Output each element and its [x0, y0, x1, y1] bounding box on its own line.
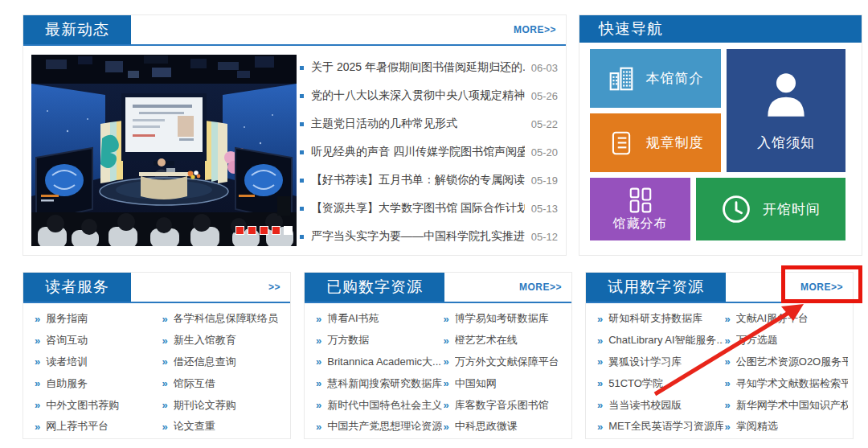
resource-link[interactable]: »51CTO学院 [597, 376, 723, 391]
service-link[interactable]: »自助服务 [35, 376, 161, 391]
news-item[interactable]: 党的十八大以来深入贯彻中央八项规定精神...05-26 [300, 88, 558, 103]
shelf-icon [627, 187, 654, 214]
chevron-icon: » [35, 399, 40, 411]
tile-label: 规章制度 [646, 134, 704, 152]
service-link[interactable]: »期刊论文荐购 [162, 398, 285, 413]
news-item-title[interactable]: 关于 2025 年暑假期间图书借阅延期归还的... [311, 60, 525, 75]
resource-link[interactable]: »库客数字音乐图书馆 [444, 398, 567, 413]
chevron-icon: » [444, 377, 449, 389]
chevron-icon: » [35, 356, 40, 368]
news-more-link[interactable]: MORE>> [514, 24, 566, 35]
chevron-icon: » [597, 356, 603, 368]
chevron-icon: » [597, 313, 603, 325]
chevron-icon: » [162, 421, 168, 433]
trial-link-list: »研知科研支持数据库 »文献AI服务平台 »ChatLibrary AI智能服务… [597, 308, 848, 438]
resource-link[interactable]: »寻知学术文献数据检索平台 [725, 376, 848, 391]
chevron-icon: » [597, 421, 603, 433]
resource-link[interactable]: »翼狐设计学习库 [597, 355, 723, 369]
news-item[interactable]: 【资源共享】大学数字图书馆 国际合作计划...05-13 [300, 201, 558, 216]
resource-link[interactable]: »研知科研支持数据库 [597, 311, 723, 326]
purchased-resources-panel: 已购数字资源 MORE>> »博看AI书苑 »博学易知考研数据库 »万方数据 »… [304, 272, 572, 439]
carousel-dot[interactable] [260, 226, 268, 235]
chevron-icon: » [444, 313, 449, 325]
news-item-title[interactable]: 主题党日活动的几种常见形式 [311, 117, 525, 131]
service-link[interactable]: »网上荐书平台 [35, 419, 161, 434]
resource-link[interactable]: »万方选题 [725, 333, 848, 347]
service-link[interactable]: »中外文图书荐购 [35, 398, 161, 413]
resource-link[interactable]: »中国共产党思想理论资源... [316, 419, 442, 434]
person-icon [760, 69, 812, 121]
purchased-link-list: »博看AI书苑 »博学易知考研数据库 »万方数据 »橙艺艺术在线 »Britan… [316, 308, 567, 438]
carousel-dot[interactable] [272, 226, 280, 235]
resource-link[interactable]: »博看AI书苑 [316, 311, 442, 326]
news-item[interactable]: 严字当头实字为要——中国科学院扎实推进...05-12 [300, 229, 558, 244]
resource-link[interactable]: »掌阅精选 [725, 419, 848, 434]
reader-services-panel: 读者服务 >> »服务指南 »各学科信息保障联络员 »咨询互动 »新生入馆教育 … [23, 272, 291, 439]
news-item-title[interactable]: 听见经典的声音 四川传媒学院图书馆声阅盛... [311, 145, 525, 159]
news-item[interactable]: 【好书荐读】五月书单：解锁你的专属阅读...05-19 [300, 173, 558, 187]
news-item[interactable]: 听见经典的声音 四川传媒学院图书馆声阅盛...05-20 [300, 145, 558, 159]
service-link[interactable]: »论文查重 [162, 419, 285, 434]
resource-link[interactable]: »MET全民英语学习资源库 [597, 419, 723, 434]
service-link[interactable]: »馆际互借 [162, 376, 285, 391]
service-link[interactable]: »咨询互动 [35, 333, 161, 347]
bullet-icon [300, 235, 304, 239]
resource-link[interactable]: »博学易知考研数据库 [444, 311, 567, 326]
service-link[interactable]: »服务指南 [35, 311, 161, 326]
reader-panel-title: 读者服务 [23, 273, 131, 302]
resource-link[interactable]: »中科思政微课 [444, 419, 567, 434]
resource-link[interactable]: »新时代中国特色社会主义... [316, 398, 442, 413]
news-item[interactable]: 关于 2025 年暑假期间图书借阅延期归还的...06-03 [300, 60, 558, 75]
resource-link[interactable]: »中国知网 [444, 376, 567, 391]
trial-more-link[interactable]: MORE>> [800, 282, 853, 293]
carousel-dot[interactable] [235, 226, 244, 235]
service-link[interactable]: »各学科信息保障联络员 [162, 311, 285, 326]
resource-link[interactable]: »ChatLibrary AI智能服务... [597, 333, 723, 347]
resource-link[interactable]: »万方数据 [316, 333, 442, 347]
chevron-icon: » [725, 335, 731, 347]
news-item-title[interactable]: 党的十八大以来深入贯彻中央八项规定精神... [311, 88, 525, 103]
quicknav-tile-library-intro[interactable]: 本馆简介 [590, 49, 721, 108]
quicknav-tile-opening-hours[interactable]: 开馆时间 [696, 178, 845, 240]
news-list: 关于 2025 年暑假期间图书借阅延期归还的...06-03 党的十八大以来深入… [300, 60, 558, 244]
clock-icon [721, 194, 751, 224]
chevron-icon: » [597, 335, 603, 347]
resource-link[interactable]: »橙艺艺术在线 [444, 333, 567, 347]
resource-link[interactable]: »当当读书校园版 [597, 398, 723, 413]
resource-link[interactable]: »文献AI服务平台 [725, 311, 848, 326]
chevron-icon: » [162, 356, 168, 368]
resource-link[interactable]: »新华网学术中国知识产权... [725, 398, 848, 413]
chevron-icon: » [316, 335, 321, 347]
news-carousel-image[interactable] [31, 55, 297, 246]
resource-link[interactable]: »Britannica Academic大... [316, 355, 442, 369]
quicknav-title: 快速导航 [579, 18, 663, 39]
news-item-title[interactable]: 【资源共享】大学数字图书馆 国际合作计划... [311, 201, 525, 216]
purchased-more-link[interactable]: MORE>> [519, 282, 571, 293]
quicknav-tile-rules[interactable]: 规章制度 [590, 113, 721, 172]
chevron-icon: » [316, 313, 321, 325]
chevron-icon: » [35, 313, 40, 325]
quicknav-panel: 快速导航 本馆简介 规章制度 [579, 14, 862, 256]
carousel-dot-active[interactable] [284, 226, 293, 235]
resource-link[interactable]: »万方外文文献保障平台 [444, 355, 567, 369]
carousel-dot[interactable] [248, 226, 256, 235]
service-link[interactable]: »新生入馆教育 [162, 333, 285, 347]
news-item-date: 05-20 [531, 146, 558, 158]
chevron-icon: » [444, 356, 449, 368]
service-link[interactable]: »借还信息查询 [162, 355, 285, 369]
tile-label: 入馆须知 [757, 134, 815, 152]
news-item-title[interactable]: 【好书荐读】五月书单：解锁你的专属阅读... [311, 173, 525, 187]
quicknav-tile-collection-map[interactable]: 馆藏分布 [590, 178, 690, 240]
purchased-panel-header: 已购数字资源 MORE>> [305, 273, 571, 303]
trial-resources-panel: 试用数字资源 MORE>> »研知科研支持数据库 »文献AI服务平台 »Chat… [585, 272, 854, 439]
resource-link[interactable]: »慧科新闻搜索研究数据库 [316, 376, 442, 391]
chevron-icon: » [316, 377, 321, 389]
service-link[interactable]: »读者培训 [35, 355, 161, 369]
reader-more-link[interactable]: >> [268, 282, 290, 293]
bullet-icon [300, 66, 304, 70]
news-item[interactable]: 主题党日活动的几种常见形式05-22 [300, 117, 558, 131]
resource-link[interactable]: »公图艺术资源O2O服务平台 [725, 355, 848, 369]
quicknav-tile-entry-notice[interactable]: 入馆须知 [727, 49, 845, 172]
news-item-title[interactable]: 严字当头实字为要——中国科学院扎实推进... [311, 229, 525, 244]
chevron-icon: » [316, 399, 321, 411]
